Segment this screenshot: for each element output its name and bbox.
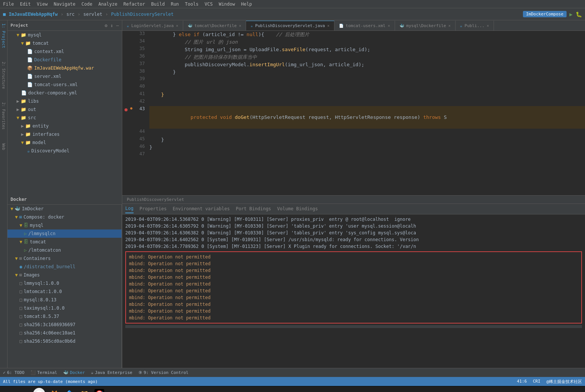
tree-item-dockerfile[interactable]: 📄 Dockerfile xyxy=(8,56,122,64)
tree-item-img-sha3[interactable]: □ sha256:505cd0ac0b6d xyxy=(8,337,122,345)
tab-tomcat-users[interactable]: 📄 tomcat-users.xml × xyxy=(334,21,395,30)
menu-view[interactable]: View xyxy=(37,2,48,7)
linecontent-41[interactable]: } xyxy=(149,91,585,99)
tree-item-server-xml[interactable]: 📄 server.xml xyxy=(8,72,122,81)
taskbar-search-icon[interactable]: ○ xyxy=(18,388,30,392)
toolbar-icon-debug[interactable]: 🐛 xyxy=(576,11,582,17)
taskbar-windows-icon[interactable]: ⊞ xyxy=(3,388,15,392)
log-tab-volume[interactable]: Volume Bindings xyxy=(277,205,318,213)
sidebar-settings-icon[interactable]: ⚙ xyxy=(105,23,107,28)
tree-item-distracted[interactable]: ◉ /distracted_burnell xyxy=(8,263,122,271)
taskbar-intellij-icon[interactable]: 🎯 xyxy=(93,388,105,392)
menu-navigate[interactable]: Navigate xyxy=(54,2,76,7)
linecontent-35[interactable]: String img_url_json = UploadFile.saveFil… xyxy=(149,46,585,53)
tree-item-entity[interactable]: ▶ 📁 entity xyxy=(8,122,122,130)
menu-file[interactable]: File xyxy=(3,2,14,7)
version-control-btn[interactable]: ⑨ 9: Version Control xyxy=(138,370,188,375)
linecontent-36[interactable]: // 把图片路径保存到数据库当中 xyxy=(149,53,585,61)
tab-close-tomcat-df[interactable]: × xyxy=(239,24,241,28)
tab-publish-servlet[interactable]: ☕ PublishDiscoveryServlet.java × xyxy=(246,21,334,30)
toolbar-icon-run[interactable]: ▶ xyxy=(570,11,573,17)
tree-item-img-lmmysql[interactable]: □ lmmysql:1.0.0 xyxy=(8,279,122,287)
log-scrollbar-h[interactable] xyxy=(125,325,582,328)
tree-item-docker-tomcat[interactable]: ▼ 🗄 tomcat xyxy=(8,238,122,246)
taskbar-chrome-icon[interactable] xyxy=(33,388,45,392)
linecontent-33[interactable]: } else if (article_id != null){ // 后处理图片 xyxy=(149,31,585,38)
tab-close-publi[interactable]: × xyxy=(487,24,489,28)
tab-publi[interactable]: ☕ Publi... × xyxy=(456,21,494,30)
project-name[interactable]: ImJavaEEWebAppHqfw xyxy=(9,12,58,17)
log-tab-log[interactable]: Log xyxy=(125,204,134,213)
menu-refactor[interactable]: Refactor xyxy=(123,2,145,7)
tab-close-login[interactable]: × xyxy=(176,24,178,28)
linecontent-34[interactable]: // 图片 url 的 json xyxy=(149,38,585,46)
java-enterprise-btn[interactable]: ☕ Java Enterprise xyxy=(91,370,132,375)
menu-help[interactable]: Help xyxy=(241,2,252,7)
tab-mysql-dockerfile[interactable]: 🐳 mysql\Dockerfile × xyxy=(395,21,456,30)
tab-close-tomcat-users[interactable]: × xyxy=(388,24,390,28)
tab-close-mysql-df[interactable]: × xyxy=(448,24,451,28)
favorites-icon[interactable]: 2: Favorites xyxy=(2,102,6,129)
tree-item-src[interactable]: ▼ 📁 src xyxy=(8,114,122,122)
tree-item-imdocker[interactable]: ▼ 🐳 ImDocker xyxy=(8,205,122,213)
menu-code[interactable]: Code xyxy=(82,2,93,7)
sidebar-collapse-icon[interactable]: — xyxy=(116,23,119,28)
tree-item-img-lmtomcat[interactable]: □ lmtomcat:1.0.0 xyxy=(8,287,122,296)
tree-item-docker-mysql[interactable]: ▼ 🗄 mysql xyxy=(8,221,122,229)
tree-item-context-xml[interactable]: 📄 context.xml xyxy=(8,47,122,56)
tree-item-img-sha1[interactable]: □ sha256:3c1686936697 xyxy=(8,321,122,329)
tree-item-out[interactable]: ▶ 📁 out xyxy=(8,105,122,114)
tree-item-discovery-model[interactable]: ☕ DiscoveryModel xyxy=(8,147,122,155)
tab-tomcat-dockerfile[interactable]: 🐳 tomcat\Dockerfile × xyxy=(183,21,246,30)
todo-btn[interactable]: ✓ 6: TODO xyxy=(3,370,24,375)
menu-edit[interactable]: Edit xyxy=(20,2,31,7)
tree-item-docker-compose[interactable]: 📄 docker-compose.yml xyxy=(8,89,122,97)
tree-item-tomcat-users[interactable]: 📄 tomcat-users.xml xyxy=(8,81,122,89)
taskbar-fox-icon[interactable]: 🦊 xyxy=(48,388,60,392)
linecontent-45[interactable]: } xyxy=(149,136,585,144)
tree-item-lmmysqlcn[interactable]: ▷ /lmmysqlcn xyxy=(8,229,122,238)
tree-item-interfaces[interactable]: ▶ 📁 interfaces xyxy=(8,130,122,138)
linecontent-46[interactable]: } xyxy=(149,144,585,151)
menu-analyze[interactable]: Analyze xyxy=(98,2,117,7)
breadcrumb-file[interactable]: PublishDiscoveryServlet xyxy=(111,12,173,17)
tree-item-model[interactable]: ▼ 📁 model xyxy=(8,138,122,147)
structure-icon[interactable]: 2: Structure xyxy=(2,62,6,89)
breadcrumb-servlet[interactable]: servlet xyxy=(83,12,102,17)
project-view-icon[interactable]: 1: Project xyxy=(1,23,6,48)
breadcrumb-src[interactable]: src xyxy=(67,12,75,17)
sidebar-expand-icon[interactable]: ↕ xyxy=(111,23,113,28)
taskbar-blue-icon[interactable]: 🔷 xyxy=(63,388,75,392)
web-icon[interactable]: Web xyxy=(2,143,6,150)
tree-item-libs[interactable]: ▶ 📁 libs xyxy=(8,97,122,105)
linecontent-43[interactable]: protected void doGet(HttpServletRequest … xyxy=(149,106,585,129)
tree-item-war[interactable]: 📦 ImJavaEEWebAppHqfw.war xyxy=(8,64,122,72)
taskbar-folder-icon[interactable]: 📁 xyxy=(78,388,90,392)
linecontent-37[interactable]: publishDiscoveryModel.insertImgUrl(img_u… xyxy=(149,61,585,68)
tree-item-images[interactable]: ▼ ⊞ Images xyxy=(8,271,122,279)
tree-item-img-sha2[interactable]: □ sha256:4c06eec10ae1 xyxy=(8,329,122,337)
menu-tools[interactable]: Tools xyxy=(185,2,199,7)
log-tab-port[interactable]: Port Bindings xyxy=(236,205,271,213)
tree-item-tomcat[interactable]: ▼ 📁 tomcat xyxy=(8,39,122,47)
tab-loginservlet[interactable]: ☕ LoginServlet.java × xyxy=(122,21,183,30)
tree-item-img-taximysql[interactable]: □ taximysql:1.0.0 xyxy=(8,304,122,312)
tree-item-containers[interactable]: ▼ ⊞ Containers xyxy=(8,254,122,263)
menu-vcs[interactable]: VCS xyxy=(205,2,213,7)
tree-item-img-tomcat[interactable]: □ tomcat:8.5.37 xyxy=(8,312,122,321)
docker-btn[interactable]: 🐳 Docker xyxy=(63,370,85,375)
terminal-btn[interactable]: ⬛ Terminal xyxy=(30,370,57,375)
breakpoint-43[interactable]: ● xyxy=(128,106,134,110)
tree-item-mysql[interactable]: ▼ 📁 mysql xyxy=(8,31,122,39)
menu-build[interactable]: Build xyxy=(151,2,165,7)
tree-item-lmtomcatcon[interactable]: ▷ /lmtomcatcon xyxy=(8,246,122,254)
log-tab-properties[interactable]: Properties xyxy=(140,205,167,213)
tree-item-img-mysql[interactable]: □ mysql:8.0.13 xyxy=(8,296,122,304)
log-tab-env[interactable]: Environment variables xyxy=(173,205,230,213)
linecontent-38[interactable]: } xyxy=(149,68,585,76)
menu-window[interactable]: Window xyxy=(219,2,235,7)
docker-compose-dropdown[interactable]: ImDockerCompose xyxy=(523,11,566,17)
tab-close-publish[interactable]: × xyxy=(327,24,330,28)
menu-run[interactable]: Run xyxy=(171,2,179,7)
tree-item-compose[interactable]: ▼ ⊞ Compose: docker xyxy=(8,213,122,221)
